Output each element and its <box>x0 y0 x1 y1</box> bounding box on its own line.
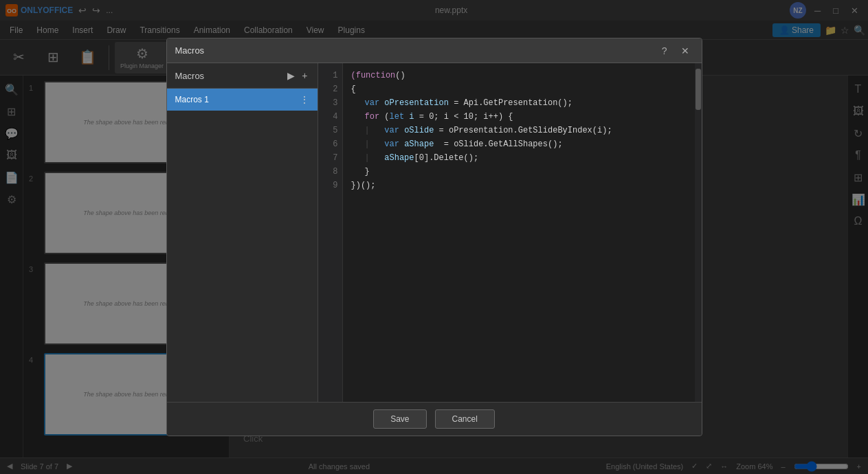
code-line-5: | var oSlide = oPresentation.GetSlideByI… <box>351 124 693 137</box>
modal-footer: Save Cancel <box>167 402 702 436</box>
macro-more-button[interactable]: ⋮ <box>300 94 309 105</box>
macros-modal: Macros ? ✕ Macros ▶ + Macros 1 ⋮ <box>166 38 702 436</box>
line-numbers: 12345 6789 <box>318 63 343 402</box>
modal-close-button[interactable]: ✕ <box>677 44 693 58</box>
code-line-2: { <box>351 82 693 96</box>
modal-overlay: Macros ? ✕ Macros ▶ + Macros 1 ⋮ <box>0 0 868 474</box>
macros-list-panel: Macros ▶ + Macros 1 ⋮ <box>167 63 318 402</box>
modal-title: Macros <box>175 45 205 56</box>
code-lines[interactable]: (function() { var oPresentation = Api.Ge… <box>343 63 702 402</box>
code-line-6: | var aShape = oSlide.GetAllShapes(); <box>351 137 693 151</box>
code-editor: 12345 6789 (function() { var oPresentati… <box>318 63 702 402</box>
modal-header: Macros ? ✕ <box>167 38 702 63</box>
macros-list-label: Macros <box>175 71 205 81</box>
modal-help-button[interactable]: ? <box>658 44 671 58</box>
macro-name-1: Macros 1 <box>175 95 209 104</box>
code-line-7: | aShape[0].Delete(); <box>351 151 693 165</box>
macros-list-header: Macros ▶ + <box>167 63 318 89</box>
modal-cancel-button[interactable]: Cancel <box>435 409 495 429</box>
code-line-9: })(); <box>351 179 693 192</box>
code-line-1: (function() <box>351 69 693 82</box>
vertical-scrollbar[interactable] <box>695 63 702 402</box>
code-line-3: var oPresentation = Api.GetPresentation(… <box>351 96 693 110</box>
code-line-4: for (let i = 0; i < 10; i++) { <box>351 110 693 124</box>
code-line-8: } <box>351 165 693 179</box>
scrollbar-thumb[interactable] <box>695 69 701 110</box>
modal-save-button[interactable]: Save <box>373 409 426 429</box>
macros-run-button[interactable]: ▶ <box>286 69 296 82</box>
macro-item-1[interactable]: Macros 1 ⋮ <box>167 89 318 111</box>
macros-add-button[interactable]: + <box>300 69 309 82</box>
modal-body: Macros ▶ + Macros 1 ⋮ 12345 6789 <box>167 63 702 402</box>
